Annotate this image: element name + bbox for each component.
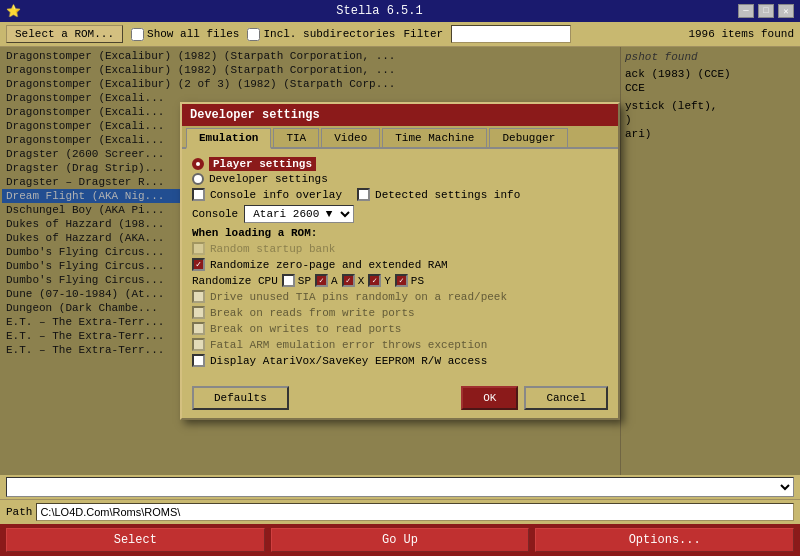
- developer-settings-dialog: Developer settings EmulationTIAVideoTime…: [180, 102, 620, 420]
- filter-input[interactable]: [451, 25, 571, 43]
- cpu-a-label: A: [331, 275, 338, 287]
- console-overlay-row: Console info overlay Detected settings i…: [192, 188, 608, 201]
- display-atarivox-row: Display AtariVox/SaveKey EEPROM R/W acce…: [192, 354, 608, 367]
- dropdown-row: [0, 475, 800, 499]
- options-button[interactable]: Options...: [535, 528, 794, 552]
- title-bar-icon: ⭐: [6, 4, 21, 19]
- randomize-cpu-row: Randomize CPU SP A X: [192, 274, 608, 287]
- minimize-button[interactable]: —: [738, 4, 754, 18]
- select-button[interactable]: Select: [6, 528, 265, 552]
- dialog-tab-debugger[interactable]: Debugger: [489, 128, 568, 147]
- go-up-button[interactable]: Go Up: [271, 528, 530, 552]
- break-on-writes-cb[interactable]: [192, 322, 205, 335]
- fatal-arm-cb[interactable]: [192, 338, 205, 351]
- break-on-writes-label: Break on writes to read ports: [210, 323, 401, 335]
- filter-label: Filter: [403, 28, 443, 40]
- show-all-files-label: Show all files: [147, 28, 239, 40]
- incl-subdirs-checkbox[interactable]: Incl. subdirectories: [247, 28, 395, 41]
- console-select[interactable]: Atari 2600 ▼: [244, 205, 354, 223]
- random-startup-label: Random startup bank: [210, 243, 335, 255]
- maximize-button[interactable]: □: [758, 4, 774, 18]
- dialog-tab-time-machine[interactable]: Time Machine: [382, 128, 487, 147]
- drive-unused-tia-cb[interactable]: [192, 290, 205, 303]
- defaults-button[interactable]: Defaults: [192, 386, 289, 410]
- title-bar-controls: — □ ✕: [738, 4, 794, 18]
- break-on-writes-row: Break on writes to read ports: [192, 322, 608, 335]
- dialog-tabs: EmulationTIAVideoTime MachineDebugger: [182, 126, 618, 149]
- cpu-a-cb[interactable]: [315, 274, 328, 287]
- show-all-files-checkbox[interactable]: Show all files: [131, 28, 239, 41]
- console-label: Console: [192, 208, 238, 220]
- player-settings-label: Player settings: [209, 157, 316, 171]
- cpu-ps: PS: [395, 274, 424, 287]
- incl-subdirs-label: Incl. subdirectories: [263, 28, 395, 40]
- break-on-reads-cb[interactable]: [192, 306, 205, 319]
- developer-settings-radio[interactable]: Developer settings: [192, 173, 608, 185]
- cpu-ps-cb[interactable]: [395, 274, 408, 287]
- items-found: 1996 items found: [688, 28, 794, 40]
- randomize-zero-row: Randomize zero-page and extended RAM: [192, 258, 608, 271]
- fatal-arm-label: Fatal ARM emulation error throws excepti…: [210, 339, 487, 351]
- console-overlay-label: Console info overlay: [210, 189, 342, 201]
- main-window: Select a ROM... Show all files Incl. sub…: [0, 22, 800, 556]
- detected-settings-cb[interactable]: [357, 188, 370, 201]
- close-button[interactable]: ✕: [778, 4, 794, 18]
- drive-unused-tia-row: Drive unused TIA pins randomly on a read…: [192, 290, 608, 303]
- cpu-y-cb[interactable]: [368, 274, 381, 287]
- cpu-y-label: Y: [384, 275, 391, 287]
- path-input[interactable]: [36, 503, 794, 521]
- cancel-button[interactable]: Cancel: [524, 386, 608, 410]
- dialog-tab-emulation[interactable]: Emulation: [186, 128, 271, 149]
- incl-subdirs-input[interactable]: [247, 28, 260, 41]
- bottom-bar: Path: [0, 499, 800, 524]
- drive-unused-tia-label: Drive unused TIA pins randomly on a read…: [210, 291, 507, 303]
- cpu-a: A: [315, 274, 338, 287]
- developer-settings-label: Developer settings: [209, 173, 328, 185]
- dialog-tab-tia[interactable]: TIA: [273, 128, 319, 147]
- dialog-title: Developer settings: [182, 104, 618, 126]
- content-area: Dragonstomper (Excalibur) (1982) (Starpa…: [0, 47, 800, 475]
- path-dropdown[interactable]: [6, 477, 794, 497]
- when-loading-label: When loading a ROM:: [192, 227, 608, 239]
- player-settings-radio-icon: [192, 158, 204, 170]
- cpu-sp: SP: [282, 274, 311, 287]
- select-rom-button[interactable]: Select a ROM...: [6, 25, 123, 43]
- display-atarivox-label: Display AtariVox/SaveKey EEPROM R/W acce…: [210, 355, 487, 367]
- cpu-x: X: [342, 274, 365, 287]
- bottom-buttons: Select Go Up Options...: [0, 524, 800, 556]
- dialog-footer: Defaults OK Cancel: [182, 378, 618, 418]
- break-on-reads-row: Break on reads from write ports: [192, 306, 608, 319]
- fatal-arm-row: Fatal ARM emulation error throws excepti…: [192, 338, 608, 351]
- ok-button[interactable]: OK: [461, 386, 518, 410]
- console-row: Console Atari 2600 ▼: [192, 205, 608, 223]
- cpu-sp-label: SP: [298, 275, 311, 287]
- show-all-files-input[interactable]: [131, 28, 144, 41]
- console-overlay-cb[interactable]: [192, 188, 205, 201]
- randomize-zero-cb[interactable]: [192, 258, 205, 271]
- cpu-sp-cb[interactable]: [282, 274, 295, 287]
- dialog-tab-video[interactable]: Video: [321, 128, 380, 147]
- cpu-x-label: X: [358, 275, 365, 287]
- toolbar: Select a ROM... Show all files Incl. sub…: [0, 22, 800, 47]
- developer-settings-radio-icon: [192, 173, 204, 185]
- random-startup-row: Random startup bank: [192, 242, 608, 255]
- display-atarivox-cb[interactable]: [192, 354, 205, 367]
- random-startup-cb[interactable]: [192, 242, 205, 255]
- randomize-cpu-label: Randomize CPU: [192, 275, 278, 287]
- cpu-x-cb[interactable]: [342, 274, 355, 287]
- cpu-y: Y: [368, 274, 391, 287]
- modal-overlay: Developer settings EmulationTIAVideoTime…: [0, 47, 800, 475]
- break-on-reads-label: Break on reads from write ports: [210, 307, 415, 319]
- player-settings-radio[interactable]: Player settings: [192, 157, 608, 171]
- title-bar-title: Stella 6.5.1: [336, 4, 422, 18]
- detected-settings-label: Detected settings info: [375, 189, 520, 201]
- path-label: Path: [6, 506, 32, 518]
- randomize-zero-label: Randomize zero-page and extended RAM: [210, 259, 448, 271]
- title-bar: ⭐ Stella 6.5.1 — □ ✕: [0, 0, 800, 22]
- dialog-body: Player settings Developer settings Conso…: [182, 149, 618, 378]
- cpu-ps-label: PS: [411, 275, 424, 287]
